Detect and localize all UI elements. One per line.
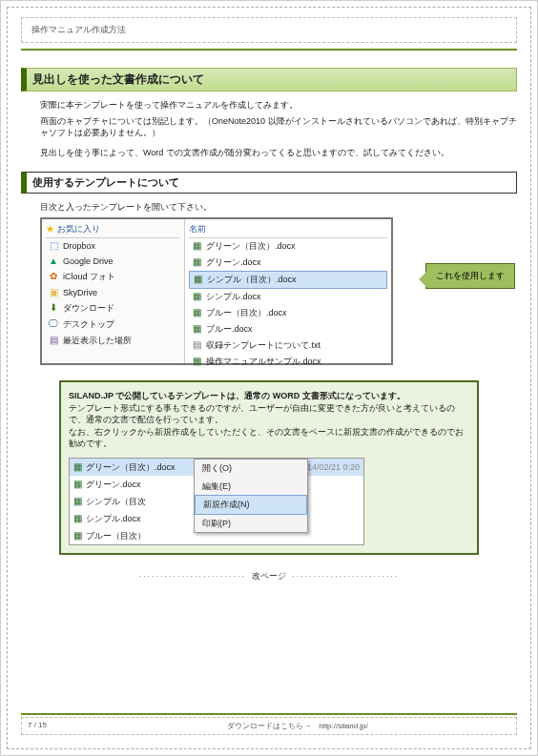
favorites-item-label: Dropbox [63, 241, 95, 251]
info-box: SILAND.JP で公開しているテンプレートは、通常の WORD 文書形式にな… [59, 380, 479, 555]
file-name: グリーン（目次）.docx [86, 461, 176, 474]
favorites-item[interactable]: ▣SkyDrive [46, 285, 180, 300]
file-icon: ▦ [191, 291, 202, 302]
file-name: 操作マニュアルサンプル.docx [206, 356, 321, 368]
skydrive-icon: ▣ [48, 287, 59, 298]
desktop-icon: 🖵 [48, 318, 59, 330]
file-list-header-label: 名前 [189, 224, 206, 234]
info-line-1: SILAND.JP で公開しているテンプレートは、通常の WORD 文書形式にな… [69, 391, 405, 400]
header-divider [21, 49, 517, 51]
heading-2: 使用するテンプレートについて [21, 172, 517, 194]
file-item[interactable]: ▦操作マニュアルサンプル.docx [189, 354, 387, 370]
file-icon: ▦ [192, 274, 203, 285]
page-content: 操作マニュアル作成方法 見出しを使った文書作成について 実際に本テンプレートを使… [7, 7, 531, 749]
heading-1-text: 見出しを使った文書作成について [32, 72, 204, 86]
file-item[interactable]: ▦シンプル（目次）.docx [189, 271, 387, 289]
favorites-header-label: お気に入り [57, 224, 100, 234]
file-name: ブルー（目次） [86, 530, 146, 542]
file-name: シンプル.docx [206, 291, 261, 303]
header-title: 操作マニュアル作成方法 [31, 25, 126, 34]
context-menu: 開く(O)編集(E)新規作成(N)印刷(P) [194, 459, 308, 533]
footer-divider [21, 713, 517, 715]
file-item[interactable]: ▦ブルー.docx [189, 321, 387, 337]
file-item[interactable]: ▦ブルー（目次）.docx [189, 305, 387, 321]
recent-icon: ▤ [48, 335, 59, 346]
callout-text: これを使用します [436, 271, 505, 280]
file-name: 収録テンプレートについて.txt [206, 339, 321, 352]
intro-line-3: 見出しを使う事によって、Word での文書作成が随分変わってくると思いますので、… [40, 147, 517, 159]
file-icon: ▦ [73, 512, 82, 525]
context-file-list: ▦グリーン（目次）.docx2014/02/21 0:20▦グリーン.docx▦… [69, 458, 364, 545]
file-icon: ▦ [191, 256, 202, 268]
file-item[interactable]: ▤収録テンプレートについて.txt [189, 337, 387, 354]
favorites-item[interactable]: ▤最近表示した場所 [46, 333, 180, 349]
page-header: 操作マニュアル作成方法 [21, 17, 517, 43]
favorites-item[interactable]: ⬇ダウンロード [46, 300, 180, 317]
file-item[interactable]: ▦グリーン（目次）.docx [189, 238, 387, 255]
file-icon: ▦ [191, 240, 202, 252]
gdrive-icon: ▲ [48, 255, 59, 267]
favorites-item-label: ダウンロード [63, 302, 114, 315]
info-line-2: テンプレート形式にする事もできるのですが、ユーザーが自由に変更できた方が良いと考… [69, 402, 469, 426]
explorer-panel: ★ お気に入り ⬚Dropbox▲Google Drive✿iCloud フォト… [40, 217, 393, 365]
favorites-item[interactable]: ▲Google Drive [46, 254, 180, 269]
file-icon: ▦ [73, 460, 82, 474]
favorites-item-label: Google Drive [63, 256, 114, 266]
intro-line-1: 実際に本テンプレートを使って操作マニュアルを作成してみます。 [40, 99, 517, 112]
file-icon: ▦ [191, 356, 202, 367]
file-item[interactable]: ▦グリーン.docx [189, 255, 387, 271]
favorites-header: ★ お気に入り [46, 221, 180, 238]
context-menu-item[interactable]: 開く(O) [195, 460, 307, 478]
file-list-pane: 名前 ▦グリーン（目次）.docx▦グリーン.docx▦シンプル（目次）.doc… [185, 219, 391, 363]
favorites-pane: ★ お気に入り ⬚Dropbox▲Google Drive✿iCloud フォト… [42, 219, 185, 363]
heading-1: 見出しを使った文書作成について [21, 68, 517, 92]
footer-download: ダウンロードはこちら→ http://siland.jp/ [85, 721, 510, 731]
page-break-label: 改ページ [133, 571, 404, 581]
file-name: ブルー.docx [206, 323, 253, 336]
file-icon: ▦ [73, 529, 82, 542]
favorites-item-label: 最近表示した場所 [63, 335, 132, 347]
icloud-icon: ✿ [48, 271, 59, 282]
page-footer: 7 / 15 ダウンロードはこちら→ http://siland.jp/ [21, 713, 517, 735]
file-name: シンプル（目次 [86, 496, 146, 508]
page-break: 改ページ [21, 570, 517, 582]
instruction-text: 目次と入ったテンプレートを開いて下さい。 [40, 201, 517, 214]
favorites-item-label: SkyDrive [63, 288, 97, 297]
file-list-header: 名前 [189, 221, 387, 238]
context-menu-item[interactable]: 新規作成(N) [195, 495, 307, 515]
page: 操作マニュアル作成方法 見出しを使った文書作成について 実際に本テンプレートを使… [0, 0, 538, 756]
file-icon: ▦ [191, 323, 202, 335]
context-menu-item[interactable]: 印刷(P) [195, 515, 307, 533]
intro-line-2: 画面のキャプチャについては別記します。（OneNote2010 以降がインストー… [40, 115, 517, 139]
file-icon: ▦ [73, 478, 82, 491]
file-name: グリーン.docx [86, 479, 141, 491]
star-icon: ★ [46, 224, 54, 234]
file-icon: ▦ [191, 307, 202, 318]
info-line-3: なお、右クリックから新規作成をしていただくと、その文書をベースに新規文書の作成が… [69, 426, 469, 450]
file-name: グリーン.docx [206, 256, 261, 269]
favorites-item-label: デスクトップ [63, 318, 114, 331]
file-name: グリーン（目次）.docx [206, 240, 296, 253]
file-icon: ▦ [73, 495, 82, 508]
favorites-item[interactable]: ⬚Dropbox [46, 238, 180, 254]
download-icon: ⬇ [48, 302, 59, 314]
file-item[interactable]: ▦シンプル.docx [189, 289, 387, 305]
favorites-item[interactable]: ✿iCloud フォト [46, 269, 180, 285]
file-name: ブルー（目次）.docx [206, 307, 287, 319]
context-menu-item[interactable]: 編集(E) [195, 478, 307, 496]
callout-box: これを使用します [425, 263, 515, 289]
file-name: シンプル.docx [86, 513, 141, 525]
favorites-item[interactable]: 🖵デスクトップ [46, 317, 180, 333]
favorites-item-label: iCloud フォト [63, 271, 115, 283]
page-number: 7 / 15 [28, 721, 85, 731]
file-name: シンプル（目次）.docx [207, 274, 297, 286]
dropbox-icon: ⬚ [48, 240, 59, 252]
file-icon: ▤ [191, 339, 202, 351]
heading-2-text: 使用するテンプレートについて [32, 176, 179, 188]
